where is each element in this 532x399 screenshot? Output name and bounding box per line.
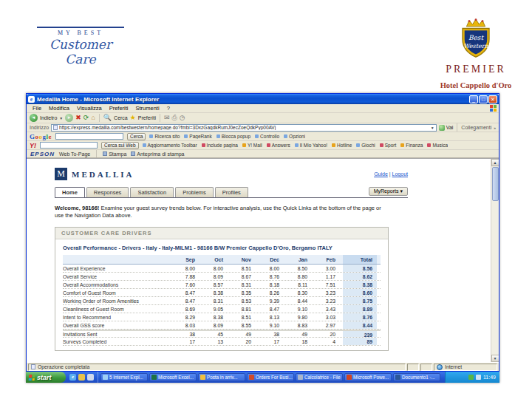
- google-toolbar-item[interactable]: PageRank: [184, 134, 211, 139]
- epson-toolbar: EPSON Web To-Page Stampa Anteprima di st…: [27, 150, 499, 158]
- yahoo-toolbar-item[interactable]: Answers: [267, 143, 290, 148]
- antivirus-tray-icon[interactable]: [468, 375, 474, 380]
- search-button-label[interactable]: Cerca: [114, 115, 128, 120]
- tab-problems[interactable]: Problems: [175, 187, 214, 197]
- favorites-button-label[interactable]: Preferiti: [138, 115, 156, 120]
- task-button[interactable]: Posta in arriv...: [198, 373, 245, 381]
- yahoo-toolbar-item[interactable]: Hotline: [332, 143, 352, 148]
- taskbar-clock[interactable]: 11:49: [483, 375, 496, 380]
- refresh-icon[interactable]: ⟳: [83, 114, 89, 122]
- google-toolbar-item[interactable]: Ricerca sito: [149, 134, 180, 139]
- task-button[interactable]: Orders For Busi...: [247, 373, 294, 381]
- scroll-thumb[interactable]: [492, 167, 499, 201]
- back-dropdown-icon[interactable]: ▼: [59, 116, 63, 120]
- google-toolbar-item[interactable]: Opzioni: [284, 134, 305, 139]
- medallia-header: M MEDALLIA Guide | Logout: [55, 168, 408, 180]
- yahoo-toolbar-item[interactable]: Giochi: [356, 143, 375, 148]
- address-input[interactable]: https://express.medallia.com/bestwestern…: [51, 124, 437, 132]
- menu-item-visualizza[interactable]: Visualizza: [73, 105, 106, 112]
- google-toolbar-item[interactable]: Controllo: [255, 134, 279, 139]
- yahoo-toolbar-item[interactable]: Musica: [427, 143, 448, 148]
- metric-label: Overall Experience: [63, 266, 171, 271]
- history-icon[interactable]: ◷: [180, 114, 185, 122]
- yahoo-search-input[interactable]: [40, 142, 98, 149]
- guide-link[interactable]: Guide: [374, 171, 388, 177]
- back-button-label[interactable]: Indietro: [40, 115, 57, 120]
- google-toolbar-item[interactable]: Blocca popup: [216, 134, 250, 139]
- yahoo-toolbar-item[interactable]: Aggiornamento Toolbar: [143, 143, 197, 148]
- metric-value: 9.05: [199, 307, 227, 312]
- yahoo-toolbar-item[interactable]: Il Mio Yahoo!: [295, 143, 327, 148]
- metric-value: 8.38: [199, 290, 227, 296]
- yahoo-search-button[interactable]: Cerca sul Web: [101, 142, 139, 149]
- google-search-input[interactable]: [55, 133, 123, 140]
- menu-item-modifica[interactable]: Modifica: [45, 105, 73, 112]
- metric-total: 8.62: [343, 273, 377, 280]
- print-preview-button[interactable]: Anteprima di stampa: [131, 151, 184, 157]
- start-button[interactable]: start: [26, 372, 66, 383]
- print-icon[interactable]: ⎙: [172, 114, 177, 122]
- calc-task-icon: [298, 375, 303, 380]
- medallia-page: M MEDALLIA Guide | Logout HomeResponsesS…: [55, 168, 408, 351]
- show-desktop-icon[interactable]: [87, 374, 94, 381]
- quick-launch-ie-icon[interactable]: e: [69, 374, 76, 381]
- yahoo-toolbar-item[interactable]: Y! Mail: [242, 143, 262, 148]
- scroll-up-icon[interactable]: ▲: [491, 159, 499, 166]
- tab-profiles[interactable]: Profiles: [215, 187, 248, 197]
- metric-value: 49: [283, 332, 311, 337]
- back-icon[interactable]: ◄: [30, 114, 38, 122]
- status-pane: [407, 364, 419, 371]
- metric-value: 8.81: [227, 307, 255, 312]
- task-button[interactable]: Microsoft Excel...: [149, 373, 197, 381]
- scroll-down-icon[interactable]: ▼: [491, 355, 499, 362]
- address-url[interactable]: https://express.medallia.com/bestwestern…: [59, 125, 429, 130]
- menu-item-file[interactable]: File: [29, 105, 45, 112]
- tab-home[interactable]: Home: [55, 187, 85, 197]
- metric-value: 3.00: [311, 266, 339, 271]
- quick-launch-mail-icon[interactable]: [78, 374, 85, 381]
- address-bar: Indirizzo https://express.medallia.com/b…: [27, 123, 499, 132]
- minimize-button[interactable]: _: [469, 95, 478, 103]
- yahoo-toolbar-item[interactable]: Finanza: [400, 143, 423, 148]
- metric-value: 8.35: [227, 290, 255, 296]
- close-button[interactable]: ✕: [488, 95, 497, 103]
- menu-item-strumenti[interactable]: Strumenti: [132, 105, 163, 112]
- address-dropdown-icon[interactable]: ▼: [431, 126, 434, 130]
- vertical-scrollbar[interactable]: ▲ ▼: [491, 159, 499, 362]
- column-header-sep: Sep: [171, 257, 199, 262]
- title-bar[interactable]: e Medallia Home - Microsoft Internet Exp…: [27, 94, 499, 104]
- task-button[interactable]: Microsoft Powe...: [344, 373, 392, 381]
- logo-line-my-best: MY BEST: [37, 30, 124, 36]
- yahoo-toolbar-item[interactable]: Include pagina: [202, 143, 238, 148]
- go-button[interactable]: Vai: [439, 125, 454, 131]
- menu-item-preferiti[interactable]: Preferiti: [106, 105, 132, 112]
- toolbar-separator: [160, 114, 160, 122]
- task-button[interactable]: Documento1 -...: [393, 373, 440, 381]
- myreports-button[interactable]: MyReports ▾: [369, 187, 408, 196]
- tab-responses[interactable]: Responses: [86, 187, 129, 197]
- maximize-button[interactable]: □: [479, 95, 488, 103]
- security-zone: Internet: [434, 364, 497, 371]
- tab-satisfaction[interactable]: Satisfaction: [130, 187, 174, 197]
- task-button[interactable]: 5 Internet Expl...: [100, 373, 148, 381]
- search-icon[interactable]: 🔍: [103, 114, 112, 122]
- mail-icon[interactable]: ✉: [164, 114, 170, 122]
- volume-tray-icon[interactable]: [476, 375, 481, 380]
- metric-value: 9.80: [283, 315, 311, 320]
- menu-item-help[interactable]: ?: [163, 105, 174, 112]
- home-icon[interactable]: ⌂: [91, 114, 95, 122]
- google-search-button[interactable]: Cerca: [127, 133, 146, 140]
- logout-link[interactable]: Logout: [392, 171, 408, 177]
- yahoo-toolbar-item[interactable]: Sport: [380, 143, 397, 148]
- table-row: Intent to Recommend8.298.388.518.139.803…: [63, 313, 381, 321]
- toolbar-separator: [99, 114, 100, 122]
- task-button[interactable]: Calcolatrice - File: [296, 373, 343, 381]
- forward-icon[interactable]: ►: [65, 114, 73, 122]
- favorites-icon[interactable]: ★: [130, 114, 136, 122]
- medallia-logo-icon: M: [55, 168, 67, 180]
- links-chevron-icon[interactable]: »: [494, 126, 496, 130]
- stop-icon[interactable]: ✖: [75, 114, 81, 122]
- print-button[interactable]: Stampa: [103, 151, 126, 157]
- metric-total: 8.60: [343, 289, 377, 296]
- links-label[interactable]: Collegamenti: [461, 125, 491, 130]
